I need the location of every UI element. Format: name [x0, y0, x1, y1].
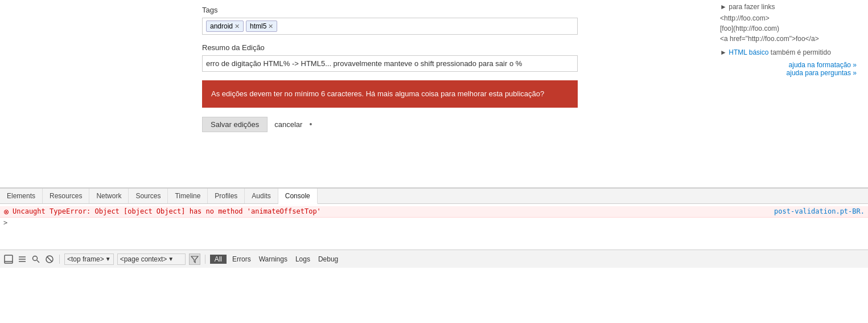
tab-console-label: Console — [285, 192, 310, 200]
page-context-dropdown-icon: ▼ — [168, 256, 174, 262]
page-context-select[interactable]: <page context> ▼ — [117, 254, 186, 265]
tag-android-close[interactable]: ✕ — [235, 23, 240, 30]
console-prompt-line: > — [0, 218, 868, 228]
tab-timeline[interactable]: Timeline — [168, 189, 208, 203]
tab-sources[interactable]: Sources — [129, 189, 168, 203]
svg-marker-9 — [191, 256, 198, 263]
save-button[interactable]: Salvar edições — [202, 117, 268, 132]
tab-resources[interactable]: Resources — [43, 189, 89, 203]
svg-point-5 — [33, 256, 38, 260]
separator2 — [205, 255, 205, 264]
format-links: ajuda na formatação » ajuda para pergunt… — [720, 61, 857, 77]
page-context-label: <page context> — [120, 255, 167, 263]
main-content: Tags android ✕ html5 ✕ Resumo da Edição … — [0, 0, 868, 188]
filter-button[interactable] — [189, 254, 200, 265]
svg-rect-0 — [5, 255, 13, 263]
frame-select[interactable]: <top frame> ▼ — [64, 254, 114, 265]
code-line2: [foo](http://foo.com) — [720, 23, 857, 34]
tab-elements[interactable]: Elements — [0, 189, 43, 203]
devtools-tabs: Elements Resources Network Sources Timel… — [0, 189, 868, 204]
error-icon: ⊗ — [3, 208, 9, 216]
tag-android: android ✕ — [206, 21, 244, 32]
questions-help-link[interactable]: ajuda para perguntas » — [720, 69, 857, 77]
tab-network[interactable]: Network — [89, 189, 129, 203]
html-basic-section: ► HTML básico também é permitido — [720, 48, 857, 56]
tab-network-label: Network — [96, 192, 121, 200]
tag-html5: html5 ✕ — [246, 21, 277, 32]
code-examples: <http://foo.com> [foo](http://foo.com) <… — [720, 13, 857, 44]
tab-elements-label: Elements — [7, 192, 35, 200]
html-basic-suffix: também é permitido — [768, 48, 830, 56]
console-error-line: ⊗ Uncaught TypeError: Object [object Obj… — [0, 206, 868, 218]
buttons-row: Salvar edições cancelar • — [202, 117, 857, 132]
frame-dropdown-icon: ▼ — [105, 256, 111, 262]
tab-resources-label: Resources — [50, 192, 82, 200]
tab-audits-label: Audits — [252, 192, 270, 200]
tab-sources-label: Sources — [135, 192, 161, 200]
search-icon[interactable] — [31, 254, 41, 264]
separator1 — [59, 255, 60, 264]
level-errors-label[interactable]: Errors — [230, 255, 253, 263]
tag-html5-label: html5 — [250, 22, 266, 30]
svg-line-6 — [37, 260, 39, 263]
bullet-separator: • — [309, 120, 312, 129]
frame-label: <top frame> — [67, 255, 104, 263]
tab-profiles[interactable]: Profiles — [208, 189, 245, 203]
level-debug-label[interactable]: Debug — [316, 255, 340, 263]
link-help: ► para fazer links — [720, 3, 857, 11]
level-logs-label[interactable]: Logs — [293, 255, 312, 263]
list-icon[interactable] — [17, 254, 27, 264]
level-all-button[interactable]: All — [210, 255, 227, 264]
error-message: As edições devem ter no mínimo 6 caracte… — [211, 89, 544, 98]
console-prompt: > — [3, 219, 7, 227]
sidebar-right: ► para fazer links <http://foo.com> [foo… — [720, 0, 857, 77]
format-help-link[interactable]: ajuda na formatação » — [720, 61, 857, 69]
tags-input[interactable]: android ✕ html5 ✕ — [202, 18, 578, 35]
devtools-bottom-bar: <top frame> ▼ <page context> ▼ All Error… — [0, 250, 868, 268]
tag-html5-close[interactable]: ✕ — [268, 23, 273, 30]
devtools-panel: Elements Resources Network Sources Timel… — [0, 188, 868, 268]
link-help-text: ► para fazer links — [720, 3, 775, 11]
tab-audits[interactable]: Audits — [245, 189, 278, 203]
error-box: As edições devem ter no mínimo 6 caracte… — [202, 80, 578, 108]
code-line1: <http://foo.com> — [720, 13, 857, 23]
resumo-input[interactable] — [202, 55, 578, 72]
tab-console[interactable]: Console — [278, 189, 318, 204]
error-text: Uncaught TypeError: Object [object Objec… — [13, 207, 774, 215]
tab-profiles-label: Profiles — [215, 192, 237, 200]
dock-icon[interactable] — [3, 254, 14, 264]
block-icon[interactable] — [44, 254, 55, 264]
tab-timeline-label: Timeline — [175, 192, 200, 200]
html-basic-prefix: ► — [720, 48, 729, 56]
tag-android-label: android — [210, 22, 233, 30]
code-line3: <a href="http://foo.com">foo</a> — [720, 34, 857, 44]
devtools-content: ⊗ Uncaught TypeError: Object [object Obj… — [0, 204, 868, 250]
cancel-button[interactable]: cancelar — [274, 120, 302, 129]
svg-line-8 — [47, 256, 52, 261]
error-source[interactable]: post-validation.pt-BR. — [774, 207, 865, 215]
level-warnings-label[interactable]: Warnings — [257, 255, 290, 263]
html-basic-link[interactable]: HTML básico — [729, 48, 768, 56]
